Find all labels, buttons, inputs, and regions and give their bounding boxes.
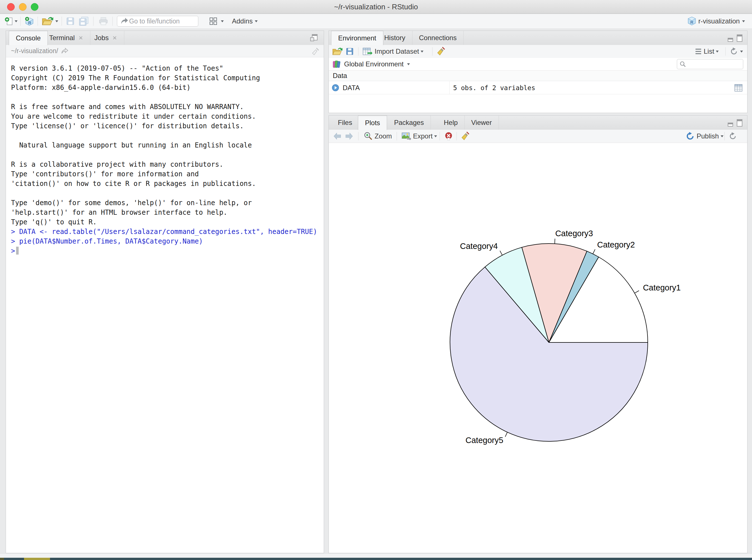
console-tabbar: Console Terminal Jobs	[6, 31, 324, 45]
scope-label: Global Environment	[344, 60, 404, 68]
minimize-pane-icon[interactable]	[727, 120, 734, 127]
remove-plot-icon	[444, 132, 453, 141]
open-file-button[interactable]	[41, 14, 54, 28]
column-divider	[449, 81, 450, 94]
console-prompt-line[interactable]: >	[11, 246, 316, 256]
save-workspace-button[interactable]	[345, 45, 354, 58]
toolbar-divider	[432, 47, 432, 56]
main-toolbar: R	[0, 14, 752, 29]
clear-console-button[interactable]	[311, 47, 320, 57]
import-dataset-button[interactable]: Import Dataset	[362, 45, 424, 58]
clear-environment-button[interactable]	[436, 45, 446, 58]
tab-files[interactable]: Files	[331, 116, 359, 130]
tab-connections[interactable]: Connections	[412, 31, 464, 45]
data-section-label: Data	[333, 72, 347, 80]
forward-arrow-icon	[345, 132, 354, 140]
new-file-button[interactable]	[4, 14, 14, 28]
addins-button[interactable]: Addins	[230, 14, 258, 28]
toolbar-divider	[20, 17, 21, 26]
maximize-pane-icon	[310, 34, 319, 42]
save-button[interactable]	[65, 14, 75, 28]
project-cube-icon: R	[687, 16, 697, 26]
maximize-pane-button[interactable]	[310, 34, 319, 43]
object-summary: 5 obs. of 2 variables	[453, 84, 535, 92]
project-menu-button[interactable]: R r-visualization	[687, 14, 745, 28]
tab-viewer[interactable]: Viewer	[464, 116, 499, 130]
remove-plot-button[interactable]	[444, 130, 453, 143]
environment-tabbar: Environment History Connections	[329, 31, 747, 45]
tab-plots[interactable]: Plots	[358, 116, 387, 130]
panes-layout-button[interactable]	[208, 14, 218, 28]
goto-file-input[interactable]	[128, 17, 195, 25]
toolbar-divider	[113, 17, 113, 26]
save-icon	[65, 16, 75, 26]
pane-window-buttons	[727, 119, 743, 127]
open-file-dropdown[interactable]	[55, 14, 58, 28]
tab-terminal[interactable]: Terminal	[42, 31, 90, 45]
tab-help[interactable]: Help	[437, 116, 465, 130]
refresh-environment-button[interactable]	[729, 45, 743, 58]
new-file-dropdown[interactable]	[15, 14, 18, 28]
save-all-button[interactable]	[78, 14, 89, 28]
env-view-list-button[interactable]: List	[695, 45, 719, 58]
previous-plot-button[interactable]	[333, 130, 342, 143]
environment-object-row[interactable]: DATA 5 obs. of 2 variables	[329, 81, 747, 94]
search-icon	[679, 61, 686, 67]
pie-label: Category4	[460, 242, 498, 251]
refresh-plot-button[interactable]	[728, 130, 737, 143]
pie-label: Category5	[466, 436, 503, 445]
desktop-edge	[24, 558, 50, 560]
zoom-plot-button[interactable]: Zoom	[363, 130, 393, 143]
desktop-edge	[0, 558, 4, 560]
table-grid-icon	[734, 84, 743, 92]
broom-icon	[436, 46, 446, 57]
tab-console[interactable]: Console	[9, 31, 48, 45]
goto-directory-icon[interactable]	[61, 48, 68, 55]
load-workspace-button[interactable]	[332, 45, 343, 58]
publish-label: Publish	[697, 132, 719, 140]
pie-label-tick	[593, 249, 595, 254]
save-icon	[345, 47, 354, 56]
environment-search-box[interactable]	[677, 59, 743, 69]
global-environment-icon	[332, 60, 341, 69]
refresh-icon	[729, 47, 738, 56]
close-icon[interactable]	[112, 35, 117, 40]
tab-environment[interactable]: Environment	[331, 31, 383, 45]
plots-toolbar: Zoom Export	[329, 130, 747, 143]
panes-layout-dropdown[interactable]	[221, 14, 224, 28]
broom-icon	[311, 47, 320, 56]
expand-object-icon[interactable]	[332, 84, 339, 92]
window-title: ~/r-visualization - RStudio	[0, 0, 752, 14]
print-button[interactable]	[98, 14, 108, 28]
pie-label: Category1	[643, 283, 681, 292]
tab-packages[interactable]: Packages	[387, 116, 431, 130]
svg-text:R: R	[28, 20, 32, 25]
new-project-button[interactable]: R	[24, 14, 35, 28]
console-body[interactable]: R version 3.6.1 (2019-07-05) -- "Action …	[11, 64, 316, 256]
pie-label: Category3	[555, 229, 593, 238]
maximize-pane-icon[interactable]	[736, 34, 743, 42]
desktop-edge	[0, 558, 752, 560]
close-icon[interactable]	[78, 35, 83, 40]
goto-arrow-icon	[120, 17, 128, 25]
goto-file-box[interactable]	[117, 16, 198, 26]
next-plot-button[interactable]	[345, 130, 354, 143]
object-name: DATA	[343, 84, 360, 92]
pane-grid-icon	[208, 16, 218, 26]
view-table-button[interactable]	[734, 84, 743, 93]
maximize-pane-icon[interactable]	[736, 119, 743, 127]
pie-label-tick	[555, 239, 555, 244]
clear-all-plots-button[interactable]	[461, 130, 470, 143]
export-plot-button[interactable]: Export	[401, 130, 437, 143]
pie-label-tick	[500, 251, 502, 255]
broom-icon	[461, 131, 470, 141]
minimize-pane-icon[interactable]	[727, 35, 734, 42]
tab-jobs[interactable]: Jobs	[87, 31, 124, 45]
new-file-icon	[4, 16, 14, 26]
pane-window-buttons	[727, 34, 743, 42]
environment-pane: Environment History Connections	[328, 31, 748, 113]
plot-area: Category1Category2Category3Category4Cate…	[329, 143, 747, 553]
publish-plot-button[interactable]: Publish	[685, 130, 724, 143]
toolbar-divider	[358, 132, 359, 140]
environment-toolbar: Import Dataset List	[329, 45, 747, 58]
